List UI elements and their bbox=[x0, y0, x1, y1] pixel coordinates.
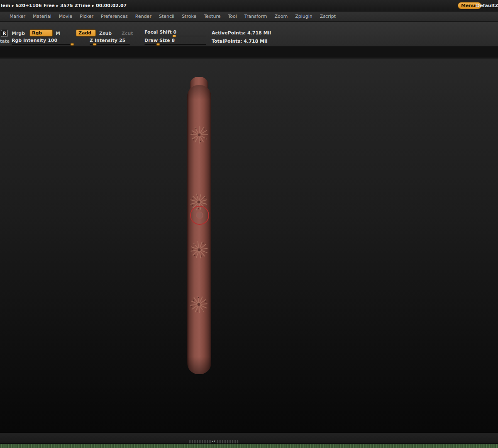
rotate-partial-label: tate bbox=[0, 39, 10, 44]
r-badge-icon[interactable]: R bbox=[1, 30, 8, 37]
menu-transform[interactable]: Transform bbox=[241, 14, 271, 19]
slider-track[interactable] bbox=[144, 36, 206, 37]
menu-render[interactable]: Render bbox=[132, 14, 155, 19]
menu-preferences[interactable]: Preferences bbox=[97, 14, 132, 19]
menu-picker[interactable]: Picker bbox=[76, 14, 97, 19]
bottom-tray-divider[interactable] bbox=[0, 443, 498, 448]
bottom-bar: ▴▾ bbox=[0, 432, 498, 443]
shelf-canvas-divider bbox=[0, 47, 498, 58]
horizontal-scrollbar[interactable]: ▴▾ bbox=[189, 440, 239, 443]
slider-handle[interactable] bbox=[70, 43, 74, 46]
menu-texture[interactable]: Texture bbox=[200, 14, 224, 19]
scroll-down-icon[interactable]: ▾ bbox=[214, 439, 216, 443]
z-intensity-slider[interactable]: Z Intensity 25 bbox=[90, 38, 130, 45]
m-button[interactable]: M bbox=[56, 31, 60, 36]
ztime-counter: ZTime ▸ 00:00:02.07 bbox=[75, 3, 127, 8]
slider-handle[interactable] bbox=[172, 35, 176, 37]
zadd-button[interactable]: Zadd bbox=[76, 29, 96, 37]
rgb-intensity-slider[interactable]: Rgb Intensity 100 bbox=[12, 38, 74, 45]
z-intensity-label: Z Intensity bbox=[90, 38, 117, 43]
slider-handle[interactable] bbox=[156, 43, 160, 46]
sculpted-cylinder-model bbox=[185, 76, 214, 377]
rgb-button[interactable]: Rgb bbox=[29, 29, 53, 37]
brush-cursor-inner-ring bbox=[196, 212, 203, 219]
title-bar: lem ▸ 520+1106 Free ▸ 3575 ZTime ▸ 00:00… bbox=[0, 0, 498, 11]
slider-track[interactable] bbox=[144, 44, 206, 45]
focal-shift-value: 0 bbox=[173, 29, 177, 35]
rgb-intensity-value: 100 bbox=[48, 38, 57, 43]
active-points-stat: ActivePoints: 4.718 Mil bbox=[212, 30, 271, 36]
draw-size-value: 8 bbox=[171, 38, 175, 43]
menu-tool[interactable]: Tool bbox=[224, 14, 240, 19]
menu-bar: Marker Material Movie Picker Preferences… bbox=[0, 12, 498, 22]
memory-counter: lem ▸ 520+1106 bbox=[1, 3, 42, 8]
menu-zscript[interactable]: Zscript bbox=[316, 14, 339, 19]
document-canvas[interactable] bbox=[0, 58, 498, 432]
menu-zoom[interactable]: Zoom bbox=[271, 14, 292, 19]
menu-stroke[interactable]: Stroke bbox=[178, 14, 200, 19]
default-zscript-button[interactable]: DefaultZS bbox=[476, 3, 498, 8]
menu-marker[interactable]: Marker bbox=[6, 14, 29, 19]
slider-handle[interactable] bbox=[93, 43, 96, 46]
menu-stencil[interactable]: Stencil bbox=[155, 14, 178, 19]
zcut-button[interactable]: Zcut bbox=[122, 31, 133, 36]
rgb-intensity-label: Rgb Intensity bbox=[12, 38, 46, 43]
zsub-button[interactable]: Zsub bbox=[99, 31, 112, 36]
free-counter: Free ▸ 3575 bbox=[44, 3, 73, 8]
menu-material[interactable]: Material bbox=[29, 14, 55, 19]
menu-zplugin[interactable]: Zplugin bbox=[291, 14, 316, 19]
z-intensity-value: 25 bbox=[119, 38, 125, 43]
focal-shift-slider[interactable]: Focal Shift 0 bbox=[144, 29, 206, 37]
mrgb-button[interactable]: Mrgb bbox=[12, 31, 25, 36]
draw-size-label: Draw Size bbox=[144, 38, 170, 43]
focal-shift-label: Focal Shift bbox=[144, 29, 172, 35]
top-shelf: R tate Mrgb Rgb M Zadd Zsub Zcut Focal S… bbox=[0, 22, 498, 46]
menu-movie[interactable]: Movie bbox=[55, 14, 76, 19]
slider-track[interactable] bbox=[12, 44, 74, 45]
slider-track[interactable] bbox=[90, 44, 130, 45]
total-points-stat: TotalPoints: 4.718 Mil bbox=[212, 39, 267, 44]
draw-size-slider[interactable]: Draw Size 8 bbox=[144, 38, 206, 45]
